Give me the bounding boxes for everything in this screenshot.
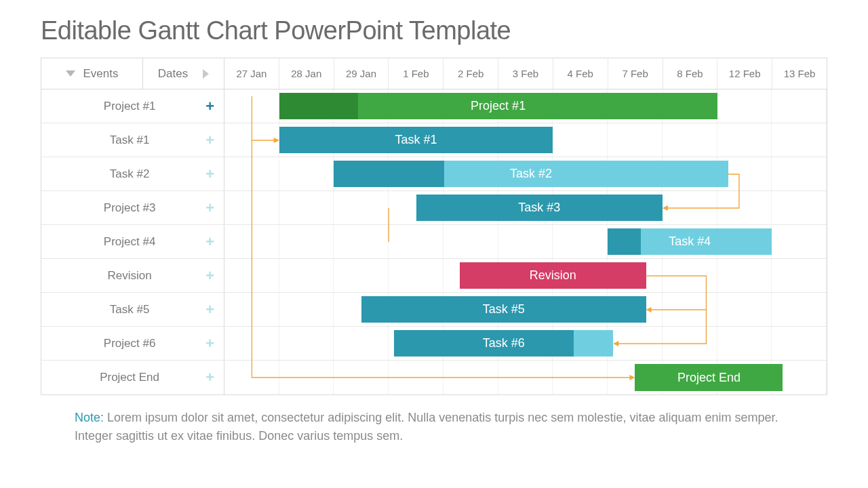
events-column-header[interactable]: Events <box>41 58 143 89</box>
row-cells: Task #2 <box>224 157 827 190</box>
row-cells: Revision <box>224 259 827 292</box>
gantt-bar[interactable]: Task #1 <box>279 127 553 153</box>
note-text: Lorem ipsum dolor sit amet, consectetur … <box>75 411 778 443</box>
row-label[interactable]: Task #5+ <box>41 293 224 326</box>
gantt-row: Task #5+Task #5 <box>41 293 827 327</box>
gantt-bar[interactable]: Task #3 <box>416 195 663 221</box>
date-cell: 7 Feb <box>608 58 663 89</box>
gantt-bar[interactable]: Project End <box>635 364 783 391</box>
row-label[interactable]: Project End+ <box>41 361 224 394</box>
dates-label: Dates <box>158 67 188 81</box>
row-label-text: Task #1 <box>41 134 191 147</box>
row-label[interactable]: Project #6+ <box>41 327 224 360</box>
row-cells: Project End <box>224 361 827 394</box>
date-cell: 4 Feb <box>553 58 608 89</box>
gantt-row: Project #4+Task #4 <box>41 225 827 259</box>
gantt-row: Task #1+Task #1 <box>41 123 827 157</box>
events-label: Events <box>83 67 119 81</box>
gantt-bar-label: Task #3 <box>518 201 560 215</box>
page-title: Editable Gantt Chart PowerPoint Template <box>41 16 827 45</box>
gantt-header: Events Dates 27 Jan28 Jan29 Jan1 Feb2 Fe… <box>41 58 827 89</box>
gantt-bar-label: Task #2 <box>510 167 552 181</box>
note-label: Note: <box>75 411 104 424</box>
plus-icon[interactable]: + <box>205 99 214 114</box>
row-label-text: Revision <box>41 269 191 283</box>
row-label[interactable]: Project #3+ <box>41 191 224 224</box>
date-cell: 2 Feb <box>443 58 498 89</box>
row-cells: Task #3 <box>224 191 827 224</box>
row-cells: Task #5 <box>224 293 827 326</box>
gantt-bar-label: Revision <box>530 268 576 283</box>
chevron-right-icon[interactable] <box>203 69 209 79</box>
row-label-text: Task #2 <box>41 167 191 181</box>
gantt-bar-progress <box>608 228 640 255</box>
plus-icon[interactable]: + <box>205 302 214 317</box>
row-label-text: Project #4 <box>41 235 191 249</box>
row-label-text: Project End <box>41 371 191 384</box>
gantt-row: Project #3+Task #3 <box>41 191 827 225</box>
dates-column-header[interactable]: Dates <box>143 58 224 89</box>
gantt-bar[interactable]: Task #2 <box>334 161 728 187</box>
row-label[interactable]: Project #4+ <box>41 225 224 258</box>
row-label-text: Project #3 <box>41 201 191 215</box>
row-cells: Project #1 <box>224 89 827 123</box>
date-cell: 1 Feb <box>389 58 443 89</box>
plus-icon[interactable]: + <box>205 201 214 216</box>
row-label[interactable]: Project #1+ <box>41 89 224 123</box>
gantt-bar-label: Project End <box>677 371 741 385</box>
gantt-bar[interactable]: Task #6 <box>394 330 613 357</box>
gantt-bar-label: Project #1 <box>471 99 526 113</box>
gantt-bar-progress <box>334 161 444 187</box>
row-label-text: Task #5 <box>41 303 191 317</box>
plus-icon[interactable]: + <box>205 235 214 249</box>
plus-icon[interactable]: + <box>205 268 214 283</box>
gantt-row: Project End+Project End <box>41 361 827 394</box>
gantt-chart: Events Dates 27 Jan28 Jan29 Jan1 Feb2 Fe… <box>41 58 827 395</box>
date-cell: 27 Jan <box>224 58 279 89</box>
plus-icon[interactable]: + <box>205 133 214 148</box>
gantt-row: Revision+Revision <box>41 259 827 293</box>
row-label[interactable]: Task #1+ <box>41 123 224 157</box>
gantt-bar[interactable]: Task #5 <box>361 296 646 323</box>
date-cell: 8 Feb <box>663 58 718 89</box>
gantt-bar-label: Task #1 <box>395 133 437 147</box>
gantt-bar-label: Task #5 <box>483 302 525 317</box>
row-cells: Task #4 <box>224 225 827 258</box>
gantt-row: Project #6+Task #6 <box>41 327 827 361</box>
chevron-down-icon[interactable] <box>66 70 75 77</box>
gantt-bar[interactable]: Project #1 <box>279 93 717 119</box>
row-cells: Task #6 <box>224 327 827 360</box>
date-cell: 28 Jan <box>279 58 334 89</box>
date-cell: 12 Feb <box>717 58 772 89</box>
row-label-text: Project #6 <box>41 337 191 350</box>
date-cell: 13 Feb <box>772 58 827 89</box>
row-label-text: Project #1 <box>41 100 191 113</box>
date-cell: 29 Jan <box>334 58 389 89</box>
row-cells: Task #1 <box>224 123 827 157</box>
gantt-bar[interactable]: Revision <box>460 262 646 289</box>
gantt-bar-progress <box>279 93 358 119</box>
plus-icon[interactable]: + <box>205 167 214 182</box>
gantt-bar[interactable]: Task #4 <box>608 228 772 255</box>
plus-icon[interactable]: + <box>205 370 214 385</box>
gantt-row: Task #2+Task #2 <box>41 157 827 191</box>
row-label[interactable]: Revision+ <box>41 259 224 292</box>
note: Note: Lorem ipsum dolor sit amet, consec… <box>41 409 827 445</box>
row-label[interactable]: Task #2+ <box>41 157 224 190</box>
gantt-bar-label: Task #4 <box>669 235 711 249</box>
date-cell: 3 Feb <box>498 58 553 89</box>
gantt-bar-label: Task #6 <box>483 336 525 350</box>
plus-icon[interactable]: + <box>205 336 214 351</box>
gantt-row: Project #1+Project #1 <box>41 89 827 123</box>
